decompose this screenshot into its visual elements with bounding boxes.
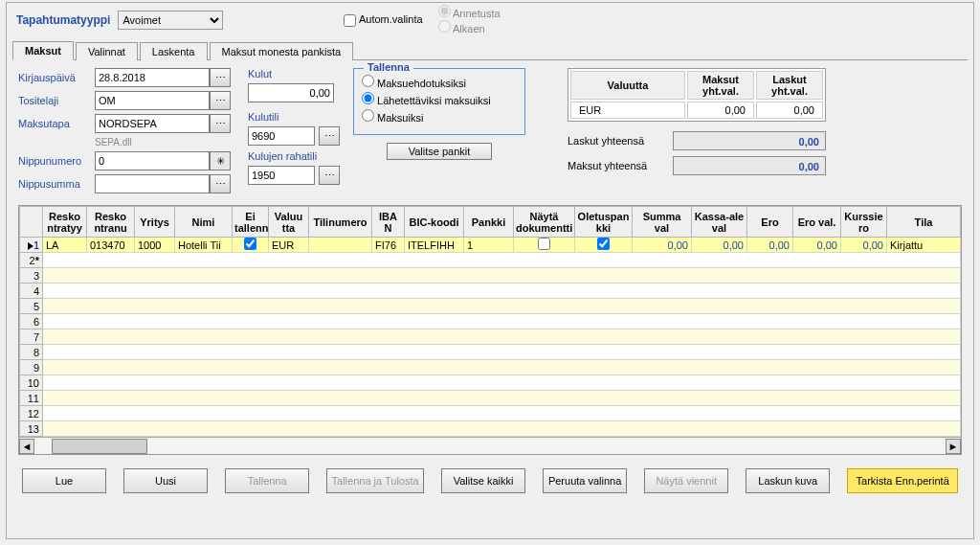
- table-row[interactable]: 11: [20, 391, 961, 406]
- col-naytadok[interactable]: Näytä dokumentti: [514, 207, 575, 238]
- col-bic[interactable]: BIC-koodi: [405, 207, 464, 238]
- col-yritys[interactable]: Yritys: [135, 207, 175, 238]
- tositelaji-picker[interactable]: ⋯: [210, 91, 231, 110]
- naytadok-check[interactable]: [538, 238, 550, 250]
- kulutili-label: Kulutili: [248, 111, 340, 123]
- col-reskontratyy[interactable]: Resko ntratyy: [43, 207, 87, 238]
- maksutapa-picker[interactable]: ⋯: [210, 114, 231, 133]
- autoselect-label: Autom.valinta: [359, 13, 423, 25]
- type-select[interactable]: Avoimet: [118, 11, 223, 30]
- col-reskontranu[interactable]: Resko ntranu: [87, 207, 135, 238]
- maksut-yht-value: 0,00: [673, 156, 826, 175]
- currency-hdr-laskut: Laskut yht.val.: [756, 71, 823, 100]
- scroll-left-icon[interactable]: ◄: [19, 439, 34, 454]
- currency-table: Valuutta Maksut yht.val. Laskut yht.val.…: [568, 68, 826, 122]
- currency-cell: EUR: [570, 102, 685, 119]
- kirjauspaiva-input[interactable]: [95, 68, 210, 87]
- nippunumero-label: Nippunumero: [18, 155, 95, 167]
- currency-cell: 0,00: [687, 102, 754, 119]
- table-row[interactable]: 1 LA 013470 1000 Hotelli Tii EUR FI76 IT…: [20, 238, 961, 253]
- currency-hdr-maksut: Maksut yht.val.: [687, 71, 754, 100]
- opt-maksuehdotuksiksi[interactable]: Maksuehdotuksiksi: [362, 75, 517, 92]
- autoselect-checkbox[interactable]: Autom.valinta: [344, 13, 422, 27]
- uusi-button[interactable]: Uusi: [123, 468, 208, 493]
- col-eroval[interactable]: Ero val.: [793, 207, 841, 238]
- type-label: Tapahtumatyyppi: [16, 13, 110, 27]
- peruuta-button[interactable]: Peruuta valinna: [543, 468, 627, 493]
- maksutapa-label: Maksutapa: [18, 118, 95, 129]
- col-kurssiero[interactable]: Kurssie ro: [841, 207, 887, 238]
- table-row[interactable]: 8: [20, 345, 961, 360]
- col-valuutta[interactable]: Valuu tta: [269, 207, 309, 238]
- kulutili-picker[interactable]: ⋯: [319, 126, 340, 146]
- nippusumma-label: Nippusumma: [18, 178, 95, 190]
- currency-cell: 0,00: [756, 102, 823, 119]
- kulut-input[interactable]: [248, 83, 334, 102]
- tallenna-tulosta-button[interactable]: Tallenna ja Tulosta: [326, 468, 424, 493]
- tallenna-button[interactable]: Tallenna: [225, 468, 309, 493]
- table-row[interactable]: 10: [20, 375, 961, 391]
- tositelaji-input[interactable]: [95, 91, 210, 110]
- nippusumma-picker[interactable]: ⋯: [210, 174, 231, 193]
- maksut-yht-label: Maksut yhteensä: [568, 160, 673, 171]
- valitse-kaikki-button[interactable]: Valitse kaikki: [441, 468, 525, 493]
- table-row[interactable]: 4: [20, 284, 961, 299]
- nippunumero-input[interactable]: [95, 151, 210, 170]
- col-summaval[interactable]: Summa val: [633, 207, 692, 238]
- kulujen-rahatili-input[interactable]: [248, 166, 315, 185]
- col-nimi[interactable]: Nimi: [175, 207, 233, 238]
- laskut-yht-label: Laskut yhteensä: [568, 135, 673, 147]
- radio-alkaen[interactable]: Alkaen: [438, 20, 501, 35]
- radio-annetusta[interactable]: Annetusta: [438, 5, 501, 20]
- tab-maksut[interactable]: Maksut: [12, 41, 74, 60]
- kulujen-rahatili-label: Kulujen rahatili: [248, 150, 340, 162]
- tositelaji-label: Tositelaji: [18, 95, 95, 106]
- opt-maksuiksi[interactable]: Maksuiksi: [362, 109, 517, 126]
- kirjauspaiva-label: Kirjauspäivä: [18, 72, 95, 83]
- laskut-yht-value: 0,00: [673, 131, 826, 150]
- maksutapa-input[interactable]: [95, 114, 210, 133]
- laskun-kuva-button[interactable]: Laskun kuva: [746, 468, 830, 493]
- col-pankki[interactable]: Pankki: [464, 207, 514, 238]
- table-row[interactable]: 9: [20, 360, 961, 375]
- opt-lahetettaviksi[interactable]: Lähetettäviksi maksuiksi: [362, 92, 517, 109]
- col-eitallenn[interactable]: Ei tallenn: [233, 207, 269, 238]
- kulutili-input[interactable]: [248, 126, 315, 146]
- col-tila[interactable]: Tila: [887, 207, 961, 238]
- valitse-pankit-button[interactable]: Valitse pankit: [387, 143, 492, 160]
- payments-grid[interactable]: Resko ntratyy Resko ntranu Yritys Nimi E…: [19, 206, 961, 437]
- table-row[interactable]: 5: [20, 299, 961, 314]
- tallenna-legend: Tallenna: [364, 61, 413, 73]
- col-kassaale[interactable]: Kassa-ale val: [692, 207, 747, 238]
- table-row[interactable]: 3: [20, 268, 961, 284]
- kirjauspaiva-picker[interactable]: ⋯: [210, 68, 231, 87]
- tab-valinnat[interactable]: Valinnat: [76, 42, 138, 60]
- table-row[interactable]: 12: [20, 406, 961, 421]
- kulut-label: Kulut: [248, 68, 340, 79]
- tab-monesta[interactable]: Maksut monesta pankista: [210, 42, 354, 60]
- table-row[interactable]: 13: [20, 421, 961, 437]
- row-cursor-icon: [28, 242, 33, 250]
- grid-corner: [20, 207, 43, 238]
- kulujen-rahatili-picker[interactable]: ⋯: [319, 166, 340, 185]
- nippunumero-add[interactable]: ✳: [210, 151, 231, 170]
- tarkista-button[interactable]: Tarkista Enn.perintä: [847, 468, 958, 493]
- eitallenn-check[interactable]: [244, 238, 256, 250]
- scroll-right-icon[interactable]: ►: [946, 439, 961, 454]
- table-row[interactable]: 6: [20, 314, 961, 329]
- maksutapa-sub: SEPA.dll: [95, 137, 210, 148]
- col-tilinumero[interactable]: Tilinumero: [309, 207, 372, 238]
- tab-laskenta[interactable]: Laskenta: [140, 42, 208, 60]
- col-iban[interactable]: IBA N: [372, 207, 405, 238]
- col-ero[interactable]: Ero: [747, 207, 793, 238]
- lue-button[interactable]: Lue: [22, 468, 106, 493]
- table-row[interactable]: 7: [20, 329, 961, 345]
- nayta-viennit-button[interactable]: Näytä viennit: [644, 468, 728, 493]
- table-row[interactable]: 2*: [20, 253, 961, 268]
- grid-hscroll[interactable]: ◄ ►: [19, 437, 961, 454]
- scroll-thumb[interactable]: [52, 439, 147, 454]
- col-oletuspankki[interactable]: Oletuspan kki: [575, 207, 633, 238]
- oletuspankki-check[interactable]: [597, 238, 610, 250]
- currency-hdr-valuutta: Valuutta: [570, 71, 685, 100]
- nippusumma-input[interactable]: [95, 174, 210, 193]
